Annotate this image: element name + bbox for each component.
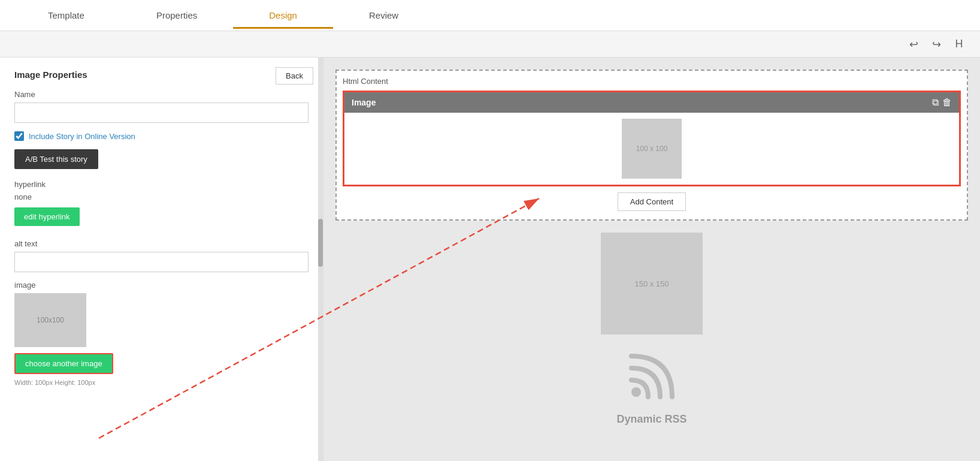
scrollbar-thumb <box>318 219 323 267</box>
include-story-checkbox[interactable] <box>14 131 24 141</box>
image-block-title: Image <box>352 98 376 107</box>
choose-image-button[interactable]: choose another image <box>14 353 113 374</box>
image-size-label: 100x100 <box>37 316 64 324</box>
image-block-body: 100 x 100 <box>344 113 959 185</box>
tab-review[interactable]: Review <box>333 2 434 29</box>
rss-section: Dynamic RSS <box>335 352 968 426</box>
panel-inner: Image Properties Back Name Include Story… <box>0 58 323 398</box>
image-section: image 100x100 choose another image Width… <box>14 281 308 386</box>
toolbar: ↩ ↪ H <box>0 31 980 58</box>
undo-button[interactable]: ↩ <box>905 35 922 53</box>
image-100-label: 100 x 100 <box>636 144 668 153</box>
image-info: Width: 100px Height: 100px <box>14 379 308 386</box>
rss-label: Dynamic RSS <box>616 413 686 426</box>
redo-button[interactable]: ↪ <box>927 35 945 53</box>
tab-design[interactable]: Design <box>233 2 333 29</box>
alt-text-label: alt text <box>14 239 308 248</box>
tab-properties[interactable]: Properties <box>120 2 233 29</box>
hyperlink-section: hyperlink none edit hyperlink <box>14 180 308 234</box>
name-field-section: Name <box>14 90 308 123</box>
panel-title: Image Properties <box>14 70 87 80</box>
copy-block-button[interactable]: ⧉ <box>932 97 939 108</box>
image-100-placeholder: 100 x 100 <box>622 119 682 179</box>
tab-template[interactable]: Template <box>12 2 120 29</box>
image-150-label: 150 x 150 <box>634 279 669 288</box>
image-label: image <box>14 281 308 290</box>
alt-text-section: alt text <box>14 239 308 272</box>
svg-point-0 <box>631 387 641 397</box>
rss-icon <box>628 352 676 407</box>
hyperlink-label: hyperlink <box>14 180 308 189</box>
right-panel: Html Content Image ⧉ 🗑 100 x 100 Ad <box>323 58 980 461</box>
name-label: Name <box>14 90 308 99</box>
left-panel: Image Properties Back Name Include Story… <box>0 58 323 461</box>
add-content-button[interactable]: Add Content <box>618 192 686 211</box>
html-content-label: Html Content <box>343 77 961 86</box>
back-button[interactable]: Back <box>276 67 313 85</box>
hyperlink-value: none <box>14 192 308 201</box>
image-block-actions: ⧉ 🗑 <box>932 97 952 108</box>
edit-hyperlink-button[interactable]: edit hyperlink <box>14 207 80 226</box>
top-navigation: Template Properties Design Review <box>0 0 980 31</box>
include-story-label: Include Story in Online Version <box>29 132 135 141</box>
second-image-area: 150 x 150 <box>335 233 968 335</box>
add-content-row: Add Content <box>343 186 961 213</box>
main-wrapper: Image Properties Back Name Include Story… <box>0 58 980 461</box>
alt-text-input[interactable] <box>14 252 308 272</box>
extra-toolbar-button[interactable]: H <box>950 35 968 53</box>
include-story-row: Include Story in Online Version <box>14 131 308 141</box>
html-content-wrapper: Html Content Image ⧉ 🗑 100 x 100 Ad <box>335 70 968 221</box>
delete-block-button[interactable]: 🗑 <box>942 97 952 108</box>
image-block: Image ⧉ 🗑 100 x 100 <box>343 91 961 186</box>
ab-test-button[interactable]: A/B Test this story <box>14 149 98 169</box>
image-block-header: Image ⧉ 🗑 <box>344 92 959 113</box>
image-thumbnail: 100x100 <box>14 293 86 347</box>
image-150-placeholder: 150 x 150 <box>601 233 703 335</box>
scrollbar-track[interactable] <box>318 58 323 461</box>
name-input[interactable] <box>14 103 308 123</box>
